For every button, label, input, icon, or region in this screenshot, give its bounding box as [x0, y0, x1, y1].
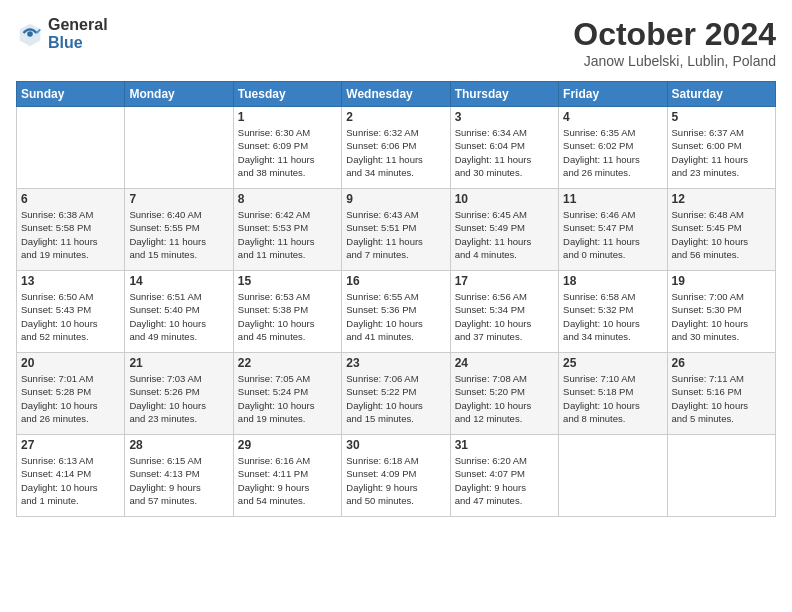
month-title: October 2024 — [573, 16, 776, 53]
header: General Blue October 2024 Janow Lubelski… — [16, 16, 776, 69]
col-thursday: Thursday — [450, 82, 558, 107]
calendar-body: 1Sunrise: 6:30 AM Sunset: 6:09 PM Daylig… — [17, 107, 776, 517]
calendar-day: 12Sunrise: 6:48 AM Sunset: 5:45 PM Dayli… — [667, 189, 775, 271]
day-info: Sunrise: 6:20 AM Sunset: 4:07 PM Dayligh… — [455, 454, 554, 507]
calendar-day: 19Sunrise: 7:00 AM Sunset: 5:30 PM Dayli… — [667, 271, 775, 353]
day-info: Sunrise: 6:53 AM Sunset: 5:38 PM Dayligh… — [238, 290, 337, 343]
day-number: 26 — [672, 356, 771, 370]
calendar-week-3: 20Sunrise: 7:01 AM Sunset: 5:28 PM Dayli… — [17, 353, 776, 435]
day-info: Sunrise: 7:08 AM Sunset: 5:20 PM Dayligh… — [455, 372, 554, 425]
day-number: 1 — [238, 110, 337, 124]
header-row: Sunday Monday Tuesday Wednesday Thursday… — [17, 82, 776, 107]
calendar-day: 3Sunrise: 6:34 AM Sunset: 6:04 PM Daylig… — [450, 107, 558, 189]
day-number: 15 — [238, 274, 337, 288]
day-number: 21 — [129, 356, 228, 370]
calendar-day: 31Sunrise: 6:20 AM Sunset: 4:07 PM Dayli… — [450, 435, 558, 517]
calendar-day — [559, 435, 667, 517]
day-number: 8 — [238, 192, 337, 206]
day-number: 25 — [563, 356, 662, 370]
calendar-day: 20Sunrise: 7:01 AM Sunset: 5:28 PM Dayli… — [17, 353, 125, 435]
day-info: Sunrise: 6:13 AM Sunset: 4:14 PM Dayligh… — [21, 454, 120, 507]
location: Janow Lubelski, Lublin, Poland — [573, 53, 776, 69]
calendar-table: Sunday Monday Tuesday Wednesday Thursday… — [16, 81, 776, 517]
calendar-header: Sunday Monday Tuesday Wednesday Thursday… — [17, 82, 776, 107]
calendar-day: 16Sunrise: 6:55 AM Sunset: 5:36 PM Dayli… — [342, 271, 450, 353]
day-info: Sunrise: 6:56 AM Sunset: 5:34 PM Dayligh… — [455, 290, 554, 343]
day-info: Sunrise: 7:00 AM Sunset: 5:30 PM Dayligh… — [672, 290, 771, 343]
day-number: 12 — [672, 192, 771, 206]
day-info: Sunrise: 6:16 AM Sunset: 4:11 PM Dayligh… — [238, 454, 337, 507]
calendar-week-0: 1Sunrise: 6:30 AM Sunset: 6:09 PM Daylig… — [17, 107, 776, 189]
day-info: Sunrise: 6:58 AM Sunset: 5:32 PM Dayligh… — [563, 290, 662, 343]
day-number: 4 — [563, 110, 662, 124]
day-info: Sunrise: 6:51 AM Sunset: 5:40 PM Dayligh… — [129, 290, 228, 343]
day-number: 16 — [346, 274, 445, 288]
day-number: 28 — [129, 438, 228, 452]
calendar-day: 26Sunrise: 7:11 AM Sunset: 5:16 PM Dayli… — [667, 353, 775, 435]
day-info: Sunrise: 7:03 AM Sunset: 5:26 PM Dayligh… — [129, 372, 228, 425]
day-number: 30 — [346, 438, 445, 452]
calendar-day: 14Sunrise: 6:51 AM Sunset: 5:40 PM Dayli… — [125, 271, 233, 353]
day-number: 3 — [455, 110, 554, 124]
logo-text: General Blue — [48, 16, 108, 51]
page-container: General Blue October 2024 Janow Lubelski… — [0, 0, 792, 525]
calendar-day: 25Sunrise: 7:10 AM Sunset: 5:18 PM Dayli… — [559, 353, 667, 435]
col-friday: Friday — [559, 82, 667, 107]
day-number: 24 — [455, 356, 554, 370]
day-number: 19 — [672, 274, 771, 288]
calendar-day — [17, 107, 125, 189]
calendar-day — [667, 435, 775, 517]
calendar-day: 18Sunrise: 6:58 AM Sunset: 5:32 PM Dayli… — [559, 271, 667, 353]
calendar-week-2: 13Sunrise: 6:50 AM Sunset: 5:43 PM Dayli… — [17, 271, 776, 353]
day-number: 6 — [21, 192, 120, 206]
day-info: Sunrise: 6:48 AM Sunset: 5:45 PM Dayligh… — [672, 208, 771, 261]
col-sunday: Sunday — [17, 82, 125, 107]
calendar-day: 23Sunrise: 7:06 AM Sunset: 5:22 PM Dayli… — [342, 353, 450, 435]
day-info: Sunrise: 6:18 AM Sunset: 4:09 PM Dayligh… — [346, 454, 445, 507]
calendar-day: 11Sunrise: 6:46 AM Sunset: 5:47 PM Dayli… — [559, 189, 667, 271]
col-wednesday: Wednesday — [342, 82, 450, 107]
calendar-day: 1Sunrise: 6:30 AM Sunset: 6:09 PM Daylig… — [233, 107, 341, 189]
col-monday: Monday — [125, 82, 233, 107]
logo: General Blue — [16, 16, 108, 51]
calendar-day: 4Sunrise: 6:35 AM Sunset: 6:02 PM Daylig… — [559, 107, 667, 189]
day-number: 27 — [21, 438, 120, 452]
day-number: 5 — [672, 110, 771, 124]
day-info: Sunrise: 6:50 AM Sunset: 5:43 PM Dayligh… — [21, 290, 120, 343]
day-info: Sunrise: 7:10 AM Sunset: 5:18 PM Dayligh… — [563, 372, 662, 425]
day-number: 31 — [455, 438, 554, 452]
calendar-day: 28Sunrise: 6:15 AM Sunset: 4:13 PM Dayli… — [125, 435, 233, 517]
calendar-day: 30Sunrise: 6:18 AM Sunset: 4:09 PM Dayli… — [342, 435, 450, 517]
day-info: Sunrise: 6:15 AM Sunset: 4:13 PM Dayligh… — [129, 454, 228, 507]
day-number: 10 — [455, 192, 554, 206]
col-tuesday: Tuesday — [233, 82, 341, 107]
day-number: 11 — [563, 192, 662, 206]
calendar-day: 17Sunrise: 6:56 AM Sunset: 5:34 PM Dayli… — [450, 271, 558, 353]
day-info: Sunrise: 6:55 AM Sunset: 5:36 PM Dayligh… — [346, 290, 445, 343]
day-info: Sunrise: 6:38 AM Sunset: 5:58 PM Dayligh… — [21, 208, 120, 261]
calendar-day: 5Sunrise: 6:37 AM Sunset: 6:00 PM Daylig… — [667, 107, 775, 189]
logo-general: General — [48, 16, 108, 34]
day-info: Sunrise: 7:01 AM Sunset: 5:28 PM Dayligh… — [21, 372, 120, 425]
day-info: Sunrise: 6:37 AM Sunset: 6:00 PM Dayligh… — [672, 126, 771, 179]
day-number: 23 — [346, 356, 445, 370]
day-number: 14 — [129, 274, 228, 288]
calendar-week-4: 27Sunrise: 6:13 AM Sunset: 4:14 PM Dayli… — [17, 435, 776, 517]
day-number: 7 — [129, 192, 228, 206]
calendar-day: 24Sunrise: 7:08 AM Sunset: 5:20 PM Dayli… — [450, 353, 558, 435]
day-number: 2 — [346, 110, 445, 124]
day-number: 18 — [563, 274, 662, 288]
calendar-day: 10Sunrise: 6:45 AM Sunset: 5:49 PM Dayli… — [450, 189, 558, 271]
calendar-day: 6Sunrise: 6:38 AM Sunset: 5:58 PM Daylig… — [17, 189, 125, 271]
calendar-day: 29Sunrise: 6:16 AM Sunset: 4:11 PM Dayli… — [233, 435, 341, 517]
day-info: Sunrise: 6:43 AM Sunset: 5:51 PM Dayligh… — [346, 208, 445, 261]
calendar-day: 21Sunrise: 7:03 AM Sunset: 5:26 PM Dayli… — [125, 353, 233, 435]
calendar-day: 22Sunrise: 7:05 AM Sunset: 5:24 PM Dayli… — [233, 353, 341, 435]
day-info: Sunrise: 6:42 AM Sunset: 5:53 PM Dayligh… — [238, 208, 337, 261]
day-number: 29 — [238, 438, 337, 452]
svg-point-1 — [27, 31, 33, 37]
day-info: Sunrise: 7:05 AM Sunset: 5:24 PM Dayligh… — [238, 372, 337, 425]
day-number: 20 — [21, 356, 120, 370]
calendar-day: 27Sunrise: 6:13 AM Sunset: 4:14 PM Dayli… — [17, 435, 125, 517]
col-saturday: Saturday — [667, 82, 775, 107]
